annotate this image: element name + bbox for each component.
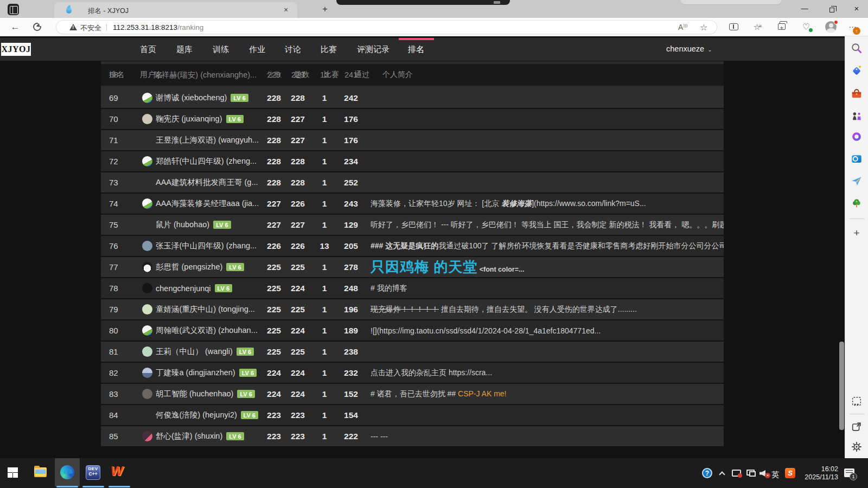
problems-value: 225 bbox=[290, 347, 306, 357]
intro-text: # 我的博客 bbox=[359, 284, 724, 293]
hidden-icons-chevron[interactable] bbox=[719, 471, 725, 477]
collections-icon[interactable] bbox=[778, 23, 786, 30]
drop-icon[interactable] bbox=[851, 175, 863, 187]
games-icon[interactable] bbox=[851, 110, 863, 122]
username-link[interactable]: 舒心(盐津) (shuxin) bbox=[156, 431, 222, 441]
score-value: 224 bbox=[258, 368, 290, 378]
contests-value: 1 bbox=[306, 432, 343, 441]
help-tray-icon[interactable]: ? bbox=[702, 468, 712, 478]
rank-value: 82 bbox=[101, 368, 133, 377]
user-cell: 王莉（中山） (wangli) LV 6 bbox=[133, 346, 258, 357]
url-path: /ranking bbox=[177, 23, 203, 31]
username-link[interactable]: 王昱淮(上海双语) (wangyuh... bbox=[156, 135, 258, 145]
rank-value: 85 bbox=[101, 432, 133, 441]
start-button-icon[interactable] bbox=[8, 467, 18, 478]
score-value: 228 bbox=[258, 93, 290, 103]
browser-tab[interactable]: 排名 - XJYOJ × bbox=[54, 2, 297, 18]
table-row: 73 AAA建筑材料批发商王哥 (g... 228 228 1 252 bbox=[101, 172, 724, 192]
favorite-star-icon[interactable]: ☆ bbox=[700, 22, 707, 33]
back-icon[interactable]: ← bbox=[10, 22, 21, 33]
header-intro: 个人简介 bbox=[359, 70, 724, 80]
nav-item-problems[interactable]: 题库 bbox=[176, 44, 193, 55]
site-logo[interactable]: XJYOJ bbox=[1, 43, 31, 56]
contests-value: 1 bbox=[306, 220, 343, 230]
clock[interactable]: 16:02 2025/11/13 bbox=[788, 465, 838, 481]
file-explorer-icon[interactable] bbox=[34, 467, 47, 477]
username-link[interactable]: 谢博诚 (xiebocheng) bbox=[156, 93, 227, 103]
username-link[interactable]: 丁建臻a (dingjianzhen) bbox=[156, 368, 235, 378]
username-link[interactable]: 何俊逸(涪陵) (hejunyi2) bbox=[156, 410, 237, 420]
score-value: 225 bbox=[258, 347, 290, 357]
search-icon[interactable] bbox=[851, 42, 863, 54]
contests-value: 13 bbox=[306, 241, 343, 251]
level-badge: LV 6 bbox=[226, 263, 244, 271]
table-header: 68 陈祥赫(瑞安) (chenxianghe)... 229 229 13 2… bbox=[101, 64, 724, 86]
refresh-icon[interactable] bbox=[33, 23, 41, 31]
not-secure-label[interactable]: 不安全 bbox=[80, 23, 101, 33]
cast-tray-icon[interactable] bbox=[732, 470, 741, 477]
microsoft-365-icon[interactable] bbox=[851, 131, 863, 143]
divider bbox=[106, 24, 107, 31]
nav-item-training[interactable]: 训练 bbox=[213, 44, 229, 55]
open-link-icon[interactable] bbox=[851, 421, 863, 433]
edge-browser-icon[interactable] bbox=[60, 465, 74, 479]
outlook-icon[interactable] bbox=[851, 153, 863, 165]
dev-cpp-icon[interactable]: DEVC++ bbox=[86, 465, 100, 480]
tab-close-icon[interactable]: × bbox=[281, 5, 291, 15]
minimize-button[interactable]: — bbox=[796, 3, 813, 15]
intro-text: ### 这无疑是疯狂的我通过破100了 了解房价环境恢复看看是否健康和零售商考虑… bbox=[359, 241, 724, 251]
shopping-icon[interactable] bbox=[851, 65, 863, 76]
username-link[interactable]: 周翰唯(武义双语) (zhouhan... bbox=[156, 325, 258, 336]
username-link[interactable]: AAA建筑材料批发商王哥 (g... bbox=[156, 177, 258, 188]
contests-value: 1 bbox=[306, 199, 343, 209]
table-row: 69 谢博诚 (xiebocheng) LV 6 228 228 1 242 bbox=[101, 88, 724, 108]
intro-segment: 只因鸡梅 的天堂 bbox=[371, 259, 477, 275]
toolbox-icon[interactable] bbox=[851, 88, 863, 100]
read-aloud-icon[interactable]: A))) bbox=[678, 23, 687, 31]
nav-item-judge-records[interactable]: 评测记录 bbox=[357, 44, 390, 55]
page-scrollbar[interactable] bbox=[839, 342, 844, 430]
split-screen-icon[interactable] bbox=[729, 23, 738, 30]
favorites-icon[interactable]: ☆≡ bbox=[753, 22, 764, 33]
tree-icon[interactable] bbox=[851, 197, 863, 209]
user-cell: AAA建筑材料批发商王哥 (g... bbox=[133, 177, 258, 188]
nav-item-homework[interactable]: 作业 bbox=[249, 44, 265, 55]
close-button[interactable]: × bbox=[848, 3, 865, 15]
divider bbox=[850, 414, 864, 414]
restore-button[interactable] bbox=[824, 3, 840, 15]
address-bar[interactable]: 不安全 112.253.31.18:8213/ranking A))) ☆ bbox=[56, 20, 717, 34]
username-link[interactable]: 郑皓轩(中山四年级) (zheng... bbox=[156, 156, 257, 166]
settings-gear-icon[interactable] bbox=[851, 441, 863, 453]
username-link[interactable]: 彭思哲 (pengsizhe) bbox=[156, 262, 222, 272]
browser-essentials-icon[interactable]: ♡ bbox=[801, 22, 812, 33]
username-link[interactable]: 童婧涵(重庆中山) (tongjing... bbox=[156, 304, 255, 314]
contests-value: 1 bbox=[306, 347, 343, 357]
url-text[interactable]: 112.253.31.18:8213/ranking bbox=[113, 23, 203, 31]
add-sidebar-app-icon[interactable]: + bbox=[851, 227, 863, 239]
screenshot-icon[interactable] bbox=[851, 395, 863, 407]
ime-language-indicator[interactable]: 英 bbox=[771, 470, 779, 480]
username-link[interactable]: chengchenjunqi bbox=[156, 284, 211, 293]
username-link[interactable]: 鼠片 (hubohao) bbox=[156, 220, 209, 230]
workspace-icon[interactable] bbox=[8, 4, 19, 15]
wps-icon[interactable]: W bbox=[111, 464, 123, 479]
contests-value: 1 bbox=[306, 389, 343, 399]
intro-text: ![](https://img.taotu.cn/ssd/ssd4/1/2024… bbox=[359, 326, 724, 335]
nav-item-discuss[interactable]: 讨论 bbox=[285, 44, 301, 55]
username-link[interactable]: 张玉泽(中山四年级) (zhang... bbox=[156, 241, 257, 251]
user-menu[interactable]: chenxueze⌄ bbox=[666, 44, 712, 53]
username-link[interactable]: 王莉（中山） (wangli) bbox=[156, 346, 233, 357]
username-link[interactable]: 胡工智能 (huchenhao) bbox=[156, 389, 233, 399]
user-cell: 周翰唯(武义双语) (zhouhan... bbox=[133, 325, 258, 336]
problems-value: 224 bbox=[290, 368, 306, 378]
nav-item-home[interactable]: 首页 bbox=[140, 44, 156, 55]
problems-value: 224 bbox=[290, 284, 306, 293]
accepted-value: 242 bbox=[343, 93, 359, 103]
network-tray-icon[interactable] bbox=[746, 470, 755, 476]
username-link[interactable]: 鞠宪庆 (juxianqing) bbox=[156, 114, 222, 124]
username-link[interactable]: AAA海藻装修吴经理aaa (jia... bbox=[156, 198, 258, 209]
new-tab-button[interactable]: + bbox=[319, 3, 331, 15]
nav-item-ranking[interactable]: 排名 bbox=[408, 44, 424, 55]
nav-item-contests[interactable]: 比赛 bbox=[321, 44, 337, 55]
problems-value: 223 bbox=[290, 432, 306, 441]
